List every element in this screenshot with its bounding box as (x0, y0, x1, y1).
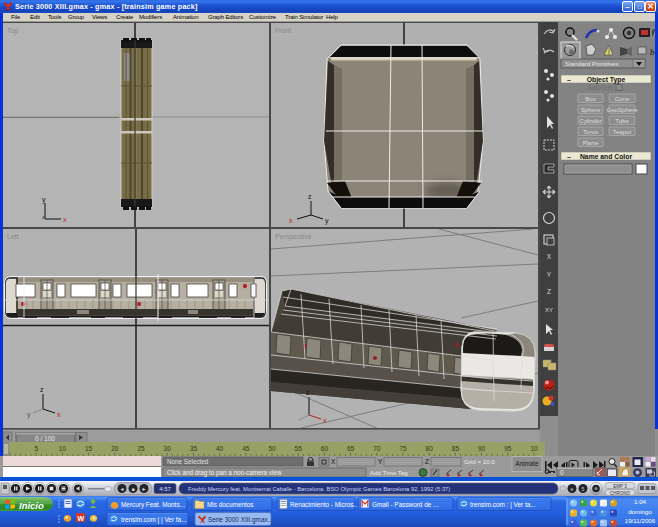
svg-text:70: 70 (373, 445, 381, 452)
svg-text:x: x (323, 417, 327, 424)
svg-text:Front: Front (275, 27, 291, 34)
svg-text:Object Type: Object Type (587, 76, 626, 84)
svg-text:►: ► (142, 486, 147, 492)
svg-text:z: z (308, 193, 312, 200)
svg-text:y: y (27, 411, 31, 419)
svg-text:Perspective: Perspective (275, 233, 312, 241)
svg-text:trensim.com : | Ver ta...: trensim.com : | Ver ta... (470, 501, 536, 509)
svg-text:Torus: Torus (583, 128, 598, 135)
svg-text:Cone: Cone (615, 95, 630, 102)
svg-text:Cylinder: Cylinder (579, 117, 601, 124)
svg-text:EMP 3: EMP 3 (613, 484, 627, 489)
svg-text:19/11/2006: 19/11/2006 (625, 517, 656, 524)
svg-text:30: 30 (164, 445, 172, 452)
svg-text:95: 95 (504, 445, 512, 452)
svg-text:z: z (42, 214, 45, 220)
svg-text:Tube: Tube (615, 117, 629, 124)
svg-text:trensim.com | | Ver fa...: trensim.com | | Ver fa... (121, 516, 187, 524)
svg-text:None Selected: None Selected (167, 458, 209, 465)
svg-text:Top: Top (7, 27, 18, 35)
svg-text:Sphere: Sphere (581, 106, 601, 113)
svg-text:XY: XY (545, 307, 553, 313)
svg-text:Y: Y (378, 458, 383, 465)
svg-text:Mis documentos: Mis documentos (207, 501, 254, 508)
svg-text:X: X (547, 253, 552, 260)
svg-text:Left: Left (7, 233, 19, 240)
svg-text:5: 5 (582, 486, 585, 492)
svg-text:90: 90 (478, 445, 486, 452)
svg-text:GeoSphere: GeoSphere (606, 106, 638, 113)
svg-text:1:04: 1:04 (634, 498, 647, 505)
svg-text:0 / 100: 0 / 100 (35, 435, 55, 442)
svg-text:10: 10 (530, 445, 538, 452)
svg-text:domingo: domingo (628, 508, 652, 515)
svg-text:–: – (567, 153, 571, 160)
svg-text:Name and Color: Name and Color (580, 153, 632, 160)
svg-text:CHRONO: CHRONO (610, 491, 630, 496)
svg-text:Gmail - Password de ...: Gmail - Password de ... (372, 501, 439, 508)
svg-text:Box: Box (585, 95, 596, 102)
svg-text:Click and drag to pan a non-ca: Click and drag to pan a non-camera view (167, 469, 282, 477)
svg-text:x: x (57, 411, 61, 418)
svg-text:z: z (40, 386, 44, 393)
svg-text:AutoGrid: AutoGrid (588, 84, 613, 91)
svg-text:■: ■ (131, 486, 134, 492)
svg-text:x: x (63, 216, 67, 223)
svg-text:e: e (571, 486, 574, 492)
svg-text:Z: Z (425, 458, 429, 465)
svg-text:Inicio: Inicio (19, 500, 44, 511)
svg-text:85: 85 (452, 445, 460, 452)
svg-text:35: 35 (190, 445, 198, 452)
svg-text:Teapot: Teapot (613, 128, 632, 135)
svg-text:75: 75 (399, 445, 407, 452)
svg-text:W: W (78, 515, 85, 522)
svg-text:15: 15 (85, 445, 93, 452)
svg-text:◄: ◄ (120, 486, 125, 492)
svg-text:45: 45 (242, 445, 250, 452)
svg-text:y: y (325, 217, 329, 225)
svg-text:Add Time Tag: Add Time Tag (370, 469, 408, 476)
svg-text:0: 0 (560, 469, 564, 476)
svg-text:Plane: Plane (583, 139, 599, 146)
svg-text:x: x (289, 217, 293, 224)
svg-text:Grid = 10.0: Grid = 10.0 (464, 458, 495, 465)
svg-text:Serie 3000 XIII.gmax...: Serie 3000 XIII.gmax... (208, 516, 273, 524)
svg-text:25: 25 (137, 445, 145, 452)
svg-text:65: 65 (347, 445, 355, 452)
svg-text:b: b (650, 47, 655, 57)
svg-text:Animate: Animate (515, 460, 539, 467)
svg-text:60: 60 (321, 445, 329, 452)
svg-text:55: 55 (295, 445, 303, 452)
svg-text:X: X (331, 458, 336, 465)
svg-text:50: 50 (268, 445, 276, 452)
svg-text:40: 40 (216, 445, 224, 452)
svg-text:5: 5 (34, 445, 38, 452)
svg-text:4:57: 4:57 (159, 486, 171, 492)
svg-text:Y: Y (547, 271, 552, 278)
svg-text:Standard Primitives: Standard Primitives (565, 60, 619, 67)
svg-text:20: 20 (111, 445, 119, 452)
svg-text:10: 10 (59, 445, 67, 452)
svg-text:80: 80 (426, 445, 434, 452)
svg-text:Freddy Mercury feat. Montserra: Freddy Mercury feat. Montserrat Caballe … (188, 486, 450, 492)
svg-text:Mercury Feat. Monts...: Mercury Feat. Monts... (121, 501, 185, 509)
svg-text:Z: Z (547, 288, 551, 295)
svg-text:Renacimiento - Micros...: Renacimiento - Micros... (290, 501, 359, 508)
svg-text:–: – (567, 76, 571, 83)
svg-text:y: y (42, 196, 46, 204)
svg-text:z: z (306, 389, 310, 396)
